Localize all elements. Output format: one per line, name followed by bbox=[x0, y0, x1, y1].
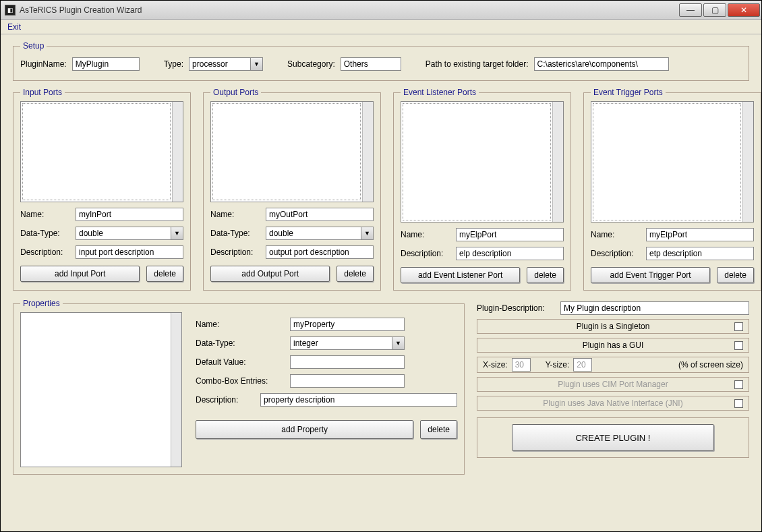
etp-desc-input[interactable] bbox=[646, 247, 754, 260]
ysize-input[interactable] bbox=[573, 358, 592, 372]
delete-output-port-button[interactable]: delete bbox=[336, 266, 374, 282]
prop-default-input[interactable] bbox=[290, 355, 405, 369]
titlebar: ◧ AsTeRICS Plugin Creation Wizard — ▢ ✕ bbox=[1, 1, 761, 20]
app-window: ◧ AsTeRICS Plugin Creation Wizard — ▢ ✕ … bbox=[0, 0, 762, 532]
maximize-button[interactable]: ▢ bbox=[703, 3, 726, 17]
scrollbar[interactable] bbox=[172, 102, 183, 202]
window-title: AsTeRICS Plugin Creation Wizard bbox=[20, 5, 679, 15]
input-ports-list[interactable] bbox=[20, 101, 183, 202]
delete-property-button[interactable]: delete bbox=[420, 420, 457, 439]
elp-list[interactable] bbox=[401, 101, 564, 223]
cim-row[interactable]: Plugin uses CIM Port Manager bbox=[477, 377, 749, 392]
type-select[interactable]: processor ▼ bbox=[189, 57, 263, 71]
out-datatype-select[interactable]: double ▼ bbox=[266, 227, 374, 240]
properties-list[interactable] bbox=[20, 312, 182, 467]
prop-datatype-select[interactable]: integer ▼ bbox=[290, 336, 405, 350]
singleton-row[interactable]: Plugin is a Singleton bbox=[477, 319, 749, 334]
in-datatype-label: Data-Type: bbox=[20, 229, 73, 238]
delete-etp-button[interactable]: delete bbox=[717, 267, 754, 283]
etp-name-label: Name: bbox=[591, 230, 643, 239]
delete-input-port-button[interactable]: delete bbox=[146, 266, 183, 282]
properties-group: Properties Name: bbox=[13, 299, 465, 475]
path-input[interactable] bbox=[534, 57, 669, 71]
jni-checkbox[interactable] bbox=[734, 399, 743, 408]
etp-name-input[interactable] bbox=[646, 228, 754, 241]
add-output-port-button[interactable]: add Output Port bbox=[210, 266, 330, 282]
in-name-label: Name: bbox=[20, 210, 73, 219]
scrollbar[interactable] bbox=[171, 313, 181, 467]
output-ports-group: Output Ports Name: Data-Type: double ▼ bbox=[203, 88, 381, 291]
event-trigger-ports-group: Event Trigger Ports Name: Description: a… bbox=[583, 88, 761, 291]
plugin-desc-label: Plugin-Description: bbox=[477, 303, 558, 313]
plugin-options-panel: Plugin-Description: Plugin is a Singleto… bbox=[477, 299, 749, 458]
out-name-label: Name: bbox=[210, 210, 263, 219]
elp-desc-label: Description: bbox=[401, 249, 453, 258]
type-label: Type: bbox=[164, 59, 183, 69]
prop-default-label: Default Value: bbox=[196, 357, 258, 367]
input-ports-group: Input Ports Name: Data-Type: double ▼ bbox=[13, 88, 191, 291]
chevron-down-icon: ▼ bbox=[361, 227, 373, 239]
pct-label: (% of screen size) bbox=[596, 360, 743, 370]
out-desc-input[interactable] bbox=[266, 245, 374, 259]
add-input-port-button[interactable]: add Input Port bbox=[20, 266, 140, 282]
delete-elp-button[interactable]: delete bbox=[527, 267, 564, 283]
setup-group: Setup PluginName: Type: processor ▼ Subc… bbox=[13, 41, 749, 81]
add-etp-button[interactable]: add Event Trigger Port bbox=[591, 267, 710, 283]
path-label: Path to existing target folder: bbox=[426, 59, 529, 69]
in-desc-label: Description: bbox=[20, 247, 73, 257]
prop-datatype-label: Data-Type: bbox=[196, 338, 258, 348]
cim-checkbox[interactable] bbox=[734, 380, 743, 389]
singleton-label: Plugin is a Singleton bbox=[577, 322, 650, 331]
out-datatype-label: Data-Type: bbox=[210, 229, 263, 238]
singleton-checkbox[interactable] bbox=[734, 322, 743, 331]
subcategory-input[interactable] bbox=[341, 57, 401, 71]
close-button[interactable]: ✕ bbox=[728, 3, 760, 17]
chevron-down-icon: ▼ bbox=[392, 337, 404, 349]
scrollbar[interactable] bbox=[742, 102, 753, 222]
in-desc-input[interactable] bbox=[76, 245, 183, 259]
plugin-desc-input[interactable] bbox=[560, 301, 749, 315]
gui-row[interactable]: Plugin has a GUI bbox=[477, 338, 749, 353]
cim-label: Plugin uses CIM Port Manager bbox=[558, 380, 668, 389]
output-ports-list[interactable] bbox=[210, 101, 374, 202]
minimize-button[interactable]: — bbox=[679, 3, 702, 17]
event-listener-ports-group: Event Listener Ports Name: Description: … bbox=[393, 88, 571, 291]
output-ports-legend: Output Ports bbox=[210, 88, 261, 97]
prop-desc-input[interactable] bbox=[260, 393, 457, 407]
create-plugin-cell: CREATE PLUGIN ! bbox=[477, 417, 749, 458]
prop-desc-label: Description: bbox=[196, 395, 258, 405]
jni-row[interactable]: Plugin uses Java Native Interface (JNI) bbox=[477, 396, 749, 411]
chevron-down-icon: ▼ bbox=[171, 227, 183, 239]
xsize-label: X-size: bbox=[483, 360, 508, 370]
prop-combo-label: Combo-Box Entries: bbox=[196, 376, 276, 386]
in-datatype-select[interactable]: double ▼ bbox=[76, 227, 183, 240]
content-panel: Setup PluginName: Type: processor ▼ Subc… bbox=[1, 34, 761, 531]
elp-name-label: Name: bbox=[401, 230, 453, 239]
gui-checkbox[interactable] bbox=[734, 341, 743, 350]
out-desc-label: Description: bbox=[210, 247, 263, 257]
prop-name-label: Name: bbox=[196, 320, 258, 329]
elp-legend: Event Listener Ports bbox=[401, 88, 479, 97]
elp-name-input[interactable] bbox=[456, 228, 564, 241]
in-name-input[interactable] bbox=[76, 208, 183, 221]
menu-exit[interactable]: Exit bbox=[3, 21, 25, 33]
add-elp-button[interactable]: add Event Listener Port bbox=[401, 267, 520, 283]
prop-name-input[interactable] bbox=[290, 318, 405, 331]
scrollbar[interactable] bbox=[552, 102, 563, 222]
chevron-down-icon: ▼ bbox=[250, 58, 262, 70]
xy-size-row: X-size: Y-size: (% of screen size) bbox=[477, 357, 749, 373]
setup-legend: Setup bbox=[20, 41, 47, 51]
etp-desc-label: Description: bbox=[591, 249, 643, 258]
pluginname-label: PluginName: bbox=[20, 59, 67, 69]
jni-label: Plugin uses Java Native Interface (JNI) bbox=[543, 398, 682, 408]
add-property-button[interactable]: add Property bbox=[196, 420, 413, 439]
out-name-input[interactable] bbox=[266, 208, 374, 221]
xsize-input[interactable] bbox=[512, 358, 531, 372]
elp-desc-input[interactable] bbox=[456, 247, 564, 260]
etp-list[interactable] bbox=[591, 101, 754, 223]
scrollbar[interactable] bbox=[362, 102, 373, 202]
prop-combo-input[interactable] bbox=[290, 374, 405, 388]
input-ports-legend: Input Ports bbox=[20, 88, 65, 97]
create-plugin-button[interactable]: CREATE PLUGIN ! bbox=[512, 424, 714, 451]
pluginname-input[interactable] bbox=[72, 57, 140, 71]
